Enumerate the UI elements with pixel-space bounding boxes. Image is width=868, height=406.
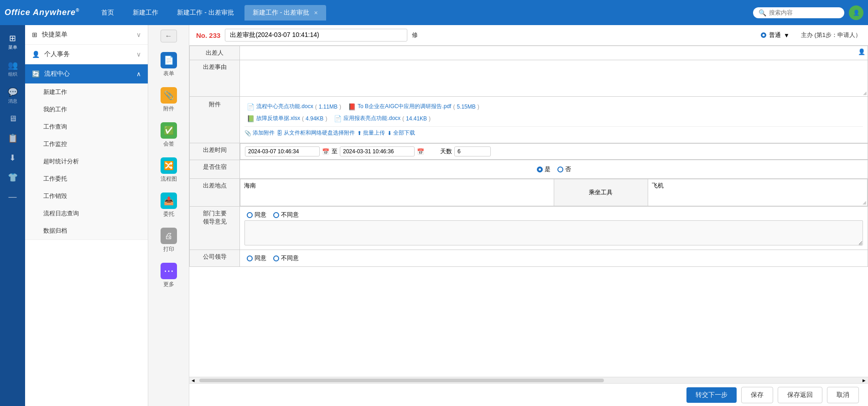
form-scroll-area[interactable]: 出差人 👤 出差事由 ◢ 附件 bbox=[189, 46, 868, 377]
accommodation-yes-radio[interactable]: 是 bbox=[537, 165, 551, 173]
next-step-button[interactable]: 转交下一步 bbox=[686, 387, 737, 403]
scroll-right-arrow[interactable]: ▸ bbox=[863, 377, 866, 384]
flow-icon: 🔄 bbox=[32, 70, 40, 78]
select-from-cabinet-btn[interactable]: 🗄 从文件柜和网络硬盘选择附件 bbox=[277, 129, 355, 137]
reason-value[interactable]: ◢ bbox=[240, 60, 868, 97]
end-time-input[interactable] bbox=[340, 146, 415, 156]
section-quick-menu: ⊞ 快捷菜单 ∨ bbox=[25, 25, 148, 45]
personal-header[interactable]: 👤 个人事务 ∨ bbox=[25, 45, 148, 64]
attachment-file-3[interactable]: 📗 故障反馈单据.xlsx (4.94KB) bbox=[247, 115, 327, 122]
location-input-cell[interactable]: 海南 bbox=[240, 179, 554, 206]
save-return-button[interactable]: 保存返回 bbox=[778, 387, 822, 403]
tool-print[interactable]: 🖨 打印 bbox=[151, 224, 186, 257]
dept-opinion-value: 同意 不同意 ◢ bbox=[240, 207, 868, 250]
form-title-input[interactable] bbox=[225, 29, 407, 42]
table-row-reason: 出差事由 ◢ bbox=[190, 60, 868, 97]
sidebar-item-data-archive[interactable]: 数据归档 bbox=[25, 222, 148, 239]
download-icon: ⬇ bbox=[9, 153, 16, 163]
time-value: 📅 至 📅 天数 bbox=[240, 143, 868, 160]
main-layout: ⊞ 菜单 👥 组织 💬 消息 🖥 📋 ⬇ 👕 — bbox=[0, 25, 868, 406]
add-attachment-btn[interactable]: 📎 添加附件 bbox=[244, 129, 275, 137]
accommodation-no-radio[interactable]: 否 bbox=[557, 165, 571, 173]
cancel-button[interactable]: 取消 bbox=[827, 387, 859, 403]
form-modify-label: 修 bbox=[412, 31, 418, 39]
sidebar-item-new-work[interactable]: 新建工作 bbox=[25, 83, 148, 101]
dept-disagree-radio[interactable]: 不同意 bbox=[273, 211, 299, 219]
nav-icon-monitor[interactable]: 🖥 bbox=[0, 110, 25, 127]
type-radio[interactable] bbox=[761, 32, 766, 38]
nav-icon-menu[interactable]: ⊞ 菜单 bbox=[0, 30, 25, 54]
tab-travel-approval-1[interactable]: 新建工作 - 出差审批 bbox=[169, 5, 242, 21]
accommodation-value: 是 否 bbox=[240, 160, 868, 179]
nav-icon-minus[interactable]: — bbox=[0, 188, 25, 205]
dept-opinion-textarea[interactable] bbox=[244, 220, 863, 245]
sidebar-item-my-work[interactable]: 我的工作 bbox=[25, 101, 148, 118]
tab-travel-approval-2[interactable]: 新建工作 - 出差审批 ✕ bbox=[244, 5, 326, 21]
delegate-icon: 📤 bbox=[161, 193, 177, 209]
tab-new-work[interactable]: 新建工作 bbox=[125, 5, 166, 21]
location-value: 海南 乘坐工具 飞机 ◢ bbox=[240, 179, 868, 207]
dept-agree-indicator bbox=[247, 212, 253, 218]
search-input[interactable] bbox=[769, 9, 833, 16]
download-all-btn[interactable]: ⬇ 全部下载 bbox=[387, 129, 415, 137]
nav-icon-download[interactable]: ⬇ bbox=[0, 149, 25, 167]
tool-flowchart[interactable]: 🔀 流程图 bbox=[151, 154, 186, 187]
tab-home[interactable]: 首页 bbox=[93, 5, 122, 21]
company-disagree-radio[interactable]: 不同意 bbox=[273, 254, 299, 262]
attachment-file-1[interactable]: 📄 流程中心亮点功能.docx (1.11MB) bbox=[247, 103, 341, 110]
calendar-icon-2[interactable]: 📅 bbox=[417, 148, 424, 155]
batch-upload-btn[interactable]: ⬆ 批量上传 bbox=[357, 129, 385, 137]
sidebar-item-timeout-stats[interactable]: 超时统计分析 bbox=[25, 153, 148, 170]
app-logo: Office Anywhere® bbox=[5, 8, 79, 17]
company-agree-radio[interactable]: 同意 bbox=[247, 254, 266, 262]
start-time-input[interactable] bbox=[245, 146, 320, 156]
nav-icon-shirt[interactable]: 👕 bbox=[0, 169, 25, 186]
scroll-thumb[interactable] bbox=[199, 379, 604, 382]
sidebar-item-work-destroy[interactable]: 工作销毁 bbox=[25, 187, 148, 205]
company-opinion-radio: 同意 不同意 bbox=[244, 253, 863, 264]
tab-close-icon[interactable]: ✕ bbox=[314, 10, 318, 16]
traveler-value[interactable]: 👤 bbox=[240, 46, 868, 60]
tool-countersign[interactable]: ✅ 会签 bbox=[151, 119, 186, 151]
nav-icon-message[interactable]: 💬 消息 bbox=[0, 83, 25, 108]
dropdown-icon[interactable]: ▼ bbox=[784, 32, 790, 39]
flow-center-items: 新建工作 我的工作 工作查询 工作监控 超时统计分析 工作委托 工作销毁 流程日… bbox=[25, 83, 148, 239]
tool-attachment[interactable]: 📎 附件 bbox=[151, 83, 186, 116]
horizontal-scrollbar[interactable]: ◂ ▸ bbox=[189, 377, 868, 383]
dept-agree-radio[interactable]: 同意 bbox=[247, 211, 266, 219]
attachment-label: 附件 bbox=[190, 97, 240, 143]
back-button[interactable]: ← bbox=[161, 30, 177, 42]
save-button[interactable]: 保存 bbox=[741, 387, 773, 403]
company-agree-indicator bbox=[247, 255, 253, 261]
form-header: No. 233 修 普通 ▼ 主办 (第1步：申请人） bbox=[189, 25, 868, 46]
type-label: 普通 bbox=[769, 31, 781, 39]
table-row-dept-opinion: 部门主要 领导意见 同意 不同意 bbox=[190, 207, 868, 250]
calendar-icon-1[interactable]: 📅 bbox=[322, 148, 329, 155]
nav-icon-org[interactable]: 👥 组织 bbox=[0, 57, 25, 81]
content-area: No. 233 修 普通 ▼ 主办 (第1步：申请人） 出差人 👤 bbox=[189, 25, 868, 406]
attachment-file-4[interactable]: 📄 应用报表亮点功能.docx (14.41KB) bbox=[334, 115, 431, 122]
scroll-left-arrow[interactable]: ◂ bbox=[192, 377, 195, 384]
tool-delegate[interactable]: 📤 委托 bbox=[151, 189, 186, 222]
avatar[interactable]: 👤 bbox=[849, 5, 863, 20]
nav-icon-clipboard[interactable]: 📋 bbox=[0, 130, 25, 147]
transport-input-cell[interactable]: 飞机 ◢ bbox=[648, 179, 867, 206]
sidebar-item-work-query[interactable]: 工作查询 bbox=[25, 118, 148, 135]
org-label: 组织 bbox=[8, 71, 17, 78]
company-opinion-value: 同意 不同意 bbox=[240, 250, 868, 267]
search-bar: 🔍 bbox=[753, 7, 844, 18]
tool-more[interactable]: ⋯ 更多 bbox=[151, 259, 186, 292]
sidebar-item-work-monitor[interactable]: 工作监控 bbox=[25, 135, 148, 153]
form-icon: 📄 bbox=[161, 52, 177, 68]
attachment-file-2[interactable]: 📕 To B企业在AIGC中应用的调研报告.pdf (5.15MB) bbox=[348, 103, 479, 110]
person-icon: 👤 bbox=[858, 48, 865, 55]
flow-center-header[interactable]: 🔄 流程中心 ∧ bbox=[25, 64, 148, 83]
table-row-traveler: 出差人 👤 bbox=[190, 46, 868, 60]
sidebar-item-flow-log[interactable]: 流程日志查询 bbox=[25, 205, 148, 222]
tool-form[interactable]: 📄 表单 bbox=[151, 48, 186, 81]
sidebar-item-work-delegate[interactable]: 工作委托 bbox=[25, 170, 148, 187]
time-range-separator: 至 bbox=[332, 147, 338, 156]
download-icon-2: ⬇ bbox=[387, 130, 392, 136]
days-input[interactable] bbox=[454, 146, 491, 156]
quick-menu-header[interactable]: ⊞ 快捷菜单 ∨ bbox=[25, 25, 148, 44]
